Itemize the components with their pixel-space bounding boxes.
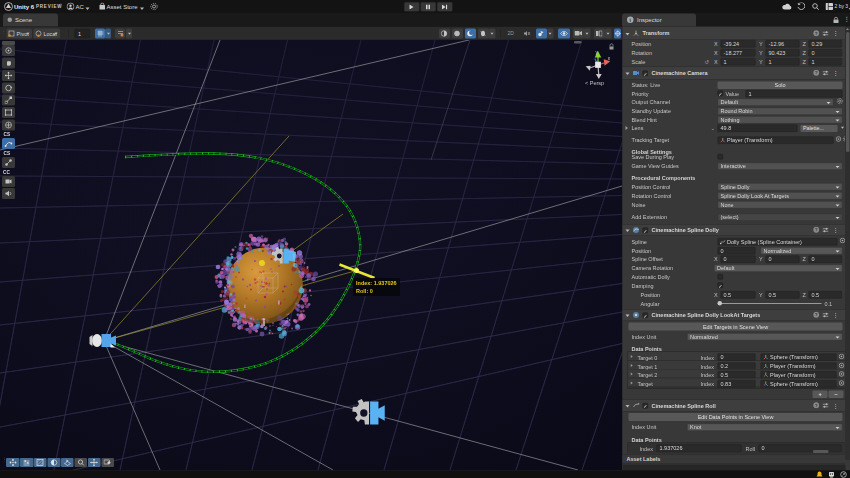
svg-text:?: ? [815, 70, 818, 75]
svg-text:< Persp: < Persp [585, 80, 604, 86]
svg-text:Index: 1.937026: Index: 1.937026 [356, 280, 397, 286]
svg-text:?: ? [815, 227, 818, 232]
svg-text:Roll: 0: Roll: 0 [356, 288, 373, 294]
svg-text:?: ? [815, 312, 818, 317]
svg-text:?: ? [815, 30, 818, 35]
svg-text:?: ? [815, 403, 818, 408]
